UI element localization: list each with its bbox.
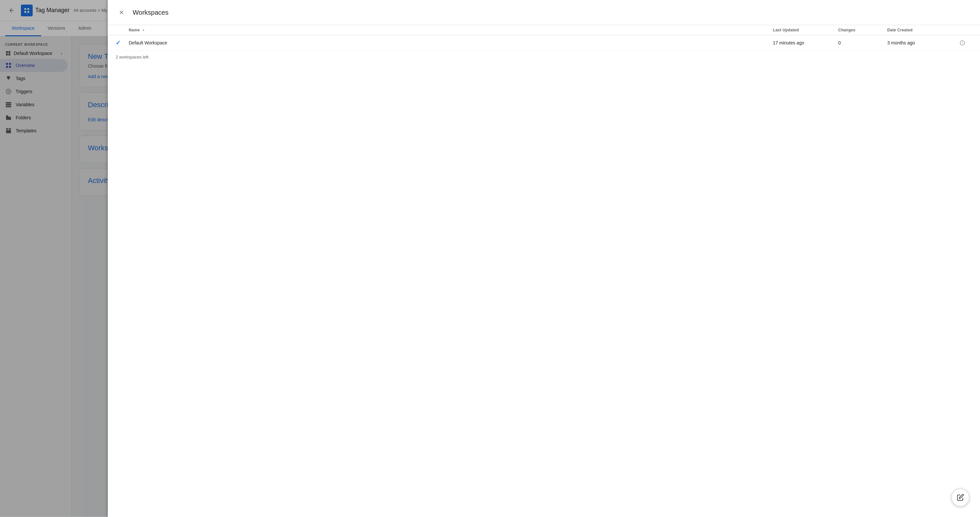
workspace-selected-check: ✓ [116, 39, 129, 46]
panel-header: Workspaces [108, 0, 980, 25]
table-header-check [116, 28, 129, 32]
workspace-changes-cell: 0 [838, 40, 887, 45]
table-row[interactable]: ✓ Default Workspace 17 minutes ago 0 3 m… [108, 35, 980, 51]
table-header-last-updated: Last Updated [773, 28, 838, 32]
workspace-name-cell: Default Workspace [129, 40, 773, 45]
pencil-icon [957, 494, 964, 501]
workspace-date-created-cell: 3 months ago [887, 40, 953, 45]
table-header-date-created: Date Created [887, 28, 953, 32]
workspaces-table: Name Last Updated Changes Date Created ✓… [108, 25, 980, 64]
workspaces-left-count: 2 workspaces left [108, 51, 980, 64]
fab-button[interactable] [951, 488, 970, 507]
table-header-changes: Changes [838, 28, 887, 32]
workspace-info-button[interactable] [953, 40, 972, 46]
table-header-info [953, 28, 972, 32]
table-header-name[interactable]: Name [129, 28, 773, 32]
sort-asc-icon [141, 28, 146, 32]
table-header-row: Name Last Updated Changes Date Created [108, 25, 980, 35]
panel-title: Workspaces [133, 9, 169, 16]
close-button[interactable] [116, 6, 127, 18]
workspace-last-updated-cell: 17 minutes ago [773, 40, 838, 45]
info-icon [959, 40, 965, 46]
workspaces-panel: Workspaces Name Last Updated Changes Dat… [108, 0, 980, 517]
